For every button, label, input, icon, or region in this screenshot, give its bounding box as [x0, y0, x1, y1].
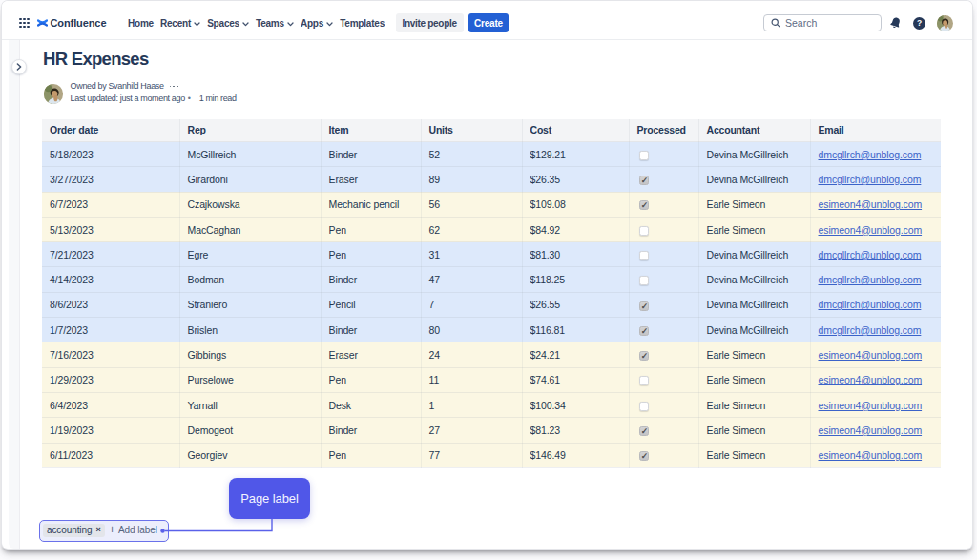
chevron-down-icon [194, 22, 200, 27]
email-link[interactable]: dmcgllrch@unblog.com [819, 299, 922, 310]
expand-sidebar-button[interactable] [11, 59, 27, 74]
cell-item: Eraser [321, 167, 421, 192]
browser-card: Confluence HomeRecentSpacesTeamsAppsTemp… [2, 1, 972, 549]
email-link[interactable]: dmcgllrch@unblog.com [819, 174, 922, 185]
email-link[interactable]: dmcgllrch@unblog.com [819, 249, 922, 260]
owner-avatar[interactable] [44, 84, 64, 104]
chevron-down-icon [242, 22, 249, 27]
cell-item: Binder [321, 318, 421, 342]
cell-processed [629, 367, 698, 392]
column-header-email: Email [810, 119, 941, 142]
cell-accountant: Devina McGillreich [698, 318, 810, 342]
label-chip-accounting[interactable]: accounting × [43, 524, 105, 537]
cell-rep: Brislen [179, 318, 321, 342]
add-label-button[interactable]: + Add label [109, 524, 157, 537]
email-link[interactable]: esimeon4@unblog.com [819, 349, 923, 361]
column-header-rep: Rep [179, 119, 321, 142]
checkbox-checked[interactable] [639, 426, 649, 436]
column-header-processed: Processed [629, 119, 698, 142]
confluence-logo[interactable]: Confluence [37, 17, 107, 29]
cell-accountant: Devina McGillreich [698, 142, 810, 167]
cell-item: Eraser [321, 342, 421, 367]
confluence-logo-icon [37, 18, 48, 28]
nav-item-label: Teams [256, 18, 284, 29]
checkbox-checked[interactable] [639, 301, 649, 311]
nav-item-label: Apps [301, 18, 323, 29]
cell-processed [629, 142, 698, 167]
checkbox-unchecked[interactable] [639, 226, 649, 236]
table-row: 1/7/2023BrislenBinder80$116.81Devina McG… [42, 318, 941, 342]
cell-email: dmcgllrch@unblog.com [810, 292, 941, 317]
cell-rep: Demogeot [179, 418, 321, 443]
page-byline: Owned by Svanhild Haase Last updated: ju… [44, 84, 237, 104]
email-link[interactable]: dmcgllrch@unblog.com [819, 149, 922, 160]
nav-item-recent[interactable]: Recent [160, 18, 200, 29]
cell-item: Pen [321, 242, 421, 267]
table-row: 6/7/2023CzajkowskaMechanic pencil56$109.… [42, 192, 941, 217]
table-header-row: Order dateRepItemUnitsCostProcessedAccou… [42, 119, 941, 142]
top-navigation-bar: Confluence HomeRecentSpacesTeamsAppsTemp… [2, 1, 972, 40]
invite-people-button[interactable]: Invite people [396, 13, 464, 32]
email-link[interactable]: esimeon4@unblog.com [819, 198, 923, 210]
column-header-item: Item [321, 119, 421, 142]
cell-units: 62 [421, 217, 522, 241]
cell-item: Mechanic pencil [321, 192, 421, 217]
cell-accountant: Devina McGillreich [698, 242, 810, 267]
checkbox-checked[interactable] [639, 351, 649, 361]
cell-cost: $74.61 [522, 367, 629, 392]
profile-avatar[interactable] [937, 15, 953, 31]
nav-item-apps[interactable]: Apps [301, 18, 333, 29]
search-input[interactable]: Search [763, 14, 882, 31]
remove-label-icon[interactable]: × [95, 526, 100, 534]
cell-rep: McGillreich [179, 142, 321, 167]
checkbox-checked[interactable] [639, 451, 649, 461]
table-row: 5/18/2023McGillreichBinder52$129.21Devin… [42, 142, 941, 167]
checkbox-unchecked[interactable] [639, 251, 649, 260]
nav-item-spaces[interactable]: Spaces [207, 18, 249, 29]
email-link[interactable]: dmcgllrch@unblog.com [819, 324, 922, 336]
cell-email: dmcgllrch@unblog.com [810, 167, 941, 192]
cell-order-date: 8/6/2023 [42, 292, 179, 317]
cell-email: dmcgllrch@unblog.com [810, 318, 941, 342]
cell-units: 31 [421, 242, 522, 267]
email-link[interactable]: esimeon4@unblog.com [819, 374, 923, 385]
cell-processed [629, 242, 698, 267]
checkbox-unchecked[interactable] [639, 151, 649, 160]
more-actions-icon[interactable] [170, 86, 178, 88]
nav-item-templates[interactable]: Templates [340, 18, 385, 29]
nav-item-teams[interactable]: Teams [256, 18, 294, 29]
cell-rep: Czajkowska [179, 192, 321, 217]
checkbox-checked[interactable] [639, 326, 649, 336]
cell-rep: Yarnall [179, 392, 321, 417]
cell-accountant: Earle Simeon [698, 342, 810, 367]
collapsed-sidebar-rail [9, 40, 20, 549]
checkbox-unchecked[interactable] [639, 402, 649, 411]
nav-item-home[interactable]: Home [128, 18, 154, 29]
cell-item: Desk [321, 392, 421, 417]
notifications-bell-icon[interactable] [888, 16, 903, 31]
create-button[interactable]: Create [468, 13, 509, 32]
email-link[interactable]: esimeon4@unblog.com [819, 224, 923, 236]
cell-processed [629, 443, 698, 467]
checkbox-checked[interactable] [639, 200, 649, 210]
email-link[interactable]: esimeon4@unblog.com [819, 449, 923, 461]
help-icon[interactable]: ? [913, 17, 925, 30]
cell-item: Binder [321, 267, 421, 292]
checkbox-unchecked[interactable] [639, 376, 649, 385]
checkbox-checked[interactable] [639, 176, 649, 185]
cell-item: Pencil [321, 292, 421, 317]
cell-cost: $81.23 [522, 418, 629, 443]
app-switcher-icon[interactable] [19, 18, 30, 29]
brand-name: Confluence [51, 17, 107, 29]
cell-email: esimeon4@unblog.com [810, 342, 941, 367]
checkbox-unchecked[interactable] [639, 276, 649, 285]
cell-accountant: Earle Simeon [698, 192, 810, 217]
email-link[interactable]: dmcgllrch@unblog.com [819, 274, 922, 285]
email-link[interactable]: esimeon4@unblog.com [819, 425, 923, 436]
cell-processed [629, 342, 698, 367]
cell-item: Pen [321, 367, 421, 392]
email-link[interactable]: esimeon4@unblog.com [819, 400, 923, 411]
cell-accountant: Earle Simeon [698, 217, 810, 241]
cell-units: 7 [421, 292, 522, 317]
owned-by-text[interactable]: Owned by Svanhild Haase [71, 80, 164, 92]
